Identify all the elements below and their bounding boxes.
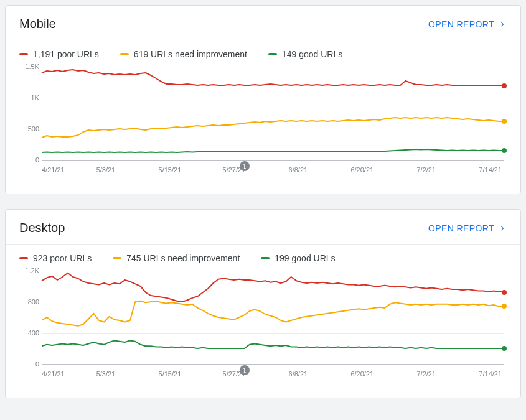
legend-swatch-need [113, 257, 121, 259]
series-end-dot-poor [502, 83, 507, 88]
legend-swatch-poor [19, 257, 28, 259]
legend-item-good[interactable]: 149 good URLs [268, 49, 342, 59]
chart-area: 05001K1.5K1 [19, 67, 507, 160]
series-line-need [42, 301, 504, 326]
chart-legend: 1,191 poor URLs619 URLs need improvement… [6, 40, 520, 64]
legend-label: 1,191 poor URLs [33, 49, 99, 59]
legend-swatch-need [120, 53, 129, 55]
chart-legend: 923 poor URLs745 URLs need improvement19… [6, 245, 520, 268]
legend-item-poor[interactable]: 1,191 poor URLs [19, 49, 99, 59]
open-report-label: OPEN REPORT [428, 19, 494, 29]
x-axis: 4/21/215/3/215/15/215/27/216/8/216/20/21… [42, 370, 504, 385]
series-line-poor [42, 70, 504, 86]
line-chart-svg [42, 271, 504, 364]
y-axis-labels: 05001K1.5K [19, 67, 39, 160]
x-tick-label: 5/3/21 [96, 166, 116, 174]
x-tick-label: 5/27/21 [223, 166, 246, 174]
x-tick-label: 4/21/21 [42, 370, 65, 378]
series-end-dot-good [502, 346, 507, 351]
series-end-dot-need [502, 119, 507, 124]
y-tick-label: 400 [19, 329, 39, 337]
chart-area: 04008001.2K1 [19, 271, 507, 364]
desktop-card: DesktopOPEN REPORT923 poor URLs745 URLs … [5, 209, 521, 398]
x-tick-label: 7/2/21 [416, 370, 436, 378]
grid-line [42, 364, 504, 365]
line-chart-svg [42, 67, 504, 160]
grid-line [42, 160, 504, 161]
x-tick-label: 7/14/21 [479, 370, 502, 378]
legend-label: 923 poor URLs [33, 253, 92, 263]
chart-wrap: 04008001.2K14/21/215/3/215/15/215/27/216… [6, 268, 520, 398]
x-tick-label: 5/27/21 [223, 370, 246, 378]
y-tick-label: 800 [19, 298, 39, 306]
legend-label: 149 good URLs [282, 49, 342, 59]
series-line-good [42, 341, 504, 349]
plot-region[interactable]: 1 [42, 271, 504, 364]
legend-item-need[interactable]: 619 URLs need improvement [120, 49, 247, 59]
legend-swatch-poor [19, 53, 28, 55]
legend-label: 745 URLs need improvement [126, 253, 240, 263]
mobile-card: MobileOPEN REPORT1,191 poor URLs619 URLs… [5, 5, 521, 194]
x-tick-label: 6/8/21 [289, 166, 308, 174]
series-line-good [42, 149, 504, 152]
x-tick-label: 5/15/21 [159, 166, 182, 174]
legend-item-need[interactable]: 745 URLs need improvement [113, 253, 240, 263]
x-tick-label: 6/20/21 [350, 166, 373, 174]
y-tick-label: 1K [19, 94, 39, 101]
chevron-right-icon [498, 20, 507, 29]
x-tick-label: 5/15/21 [159, 370, 182, 378]
series-line-need [42, 118, 504, 138]
card-title: Mobile [19, 17, 56, 31]
y-tick-label: 1.5K [19, 63, 39, 70]
open-report-button[interactable]: OPEN REPORT [428, 223, 507, 233]
chevron-right-icon [498, 224, 507, 233]
y-tick-label: 1.2K [19, 267, 39, 274]
y-axis-labels: 04008001.2K [19, 271, 39, 364]
legend-swatch-good [268, 53, 277, 55]
legend-swatch-good [261, 257, 270, 259]
series-end-dot-good [502, 148, 507, 153]
card-header: DesktopOPEN REPORT [6, 210, 520, 244]
x-tick-label: 5/3/21 [96, 370, 116, 378]
x-tick-label: 6/20/21 [350, 370, 373, 378]
y-tick-label: 500 [19, 125, 39, 133]
card-header: MobileOPEN REPORT [6, 6, 520, 40]
x-tick-label: 4/21/21 [42, 166, 65, 174]
card-title: Desktop [19, 221, 65, 235]
open-report-button[interactable]: OPEN REPORT [428, 19, 507, 29]
chart-wrap: 05001K1.5K14/21/215/3/215/15/215/27/216/… [6, 64, 520, 194]
legend-label: 619 URLs need improvement [134, 49, 247, 59]
series-end-dot-poor [502, 290, 507, 295]
x-tick-label: 7/14/21 [479, 166, 502, 174]
plot-region[interactable]: 1 [42, 67, 504, 160]
series-end-dot-need [502, 304, 507, 309]
y-tick-label: 0 [19, 156, 39, 164]
x-axis: 4/21/215/3/215/15/215/27/216/8/216/20/21… [42, 166, 504, 181]
legend-item-good[interactable]: 199 good URLs [261, 253, 335, 263]
x-tick-label: 7/2/21 [416, 166, 436, 174]
series-line-poor [42, 273, 504, 302]
legend-label: 199 good URLs [275, 253, 335, 263]
y-tick-label: 0 [19, 360, 39, 368]
legend-item-poor[interactable]: 923 poor URLs [19, 253, 92, 263]
open-report-label: OPEN REPORT [428, 223, 494, 233]
x-tick-label: 6/8/21 [289, 370, 308, 378]
